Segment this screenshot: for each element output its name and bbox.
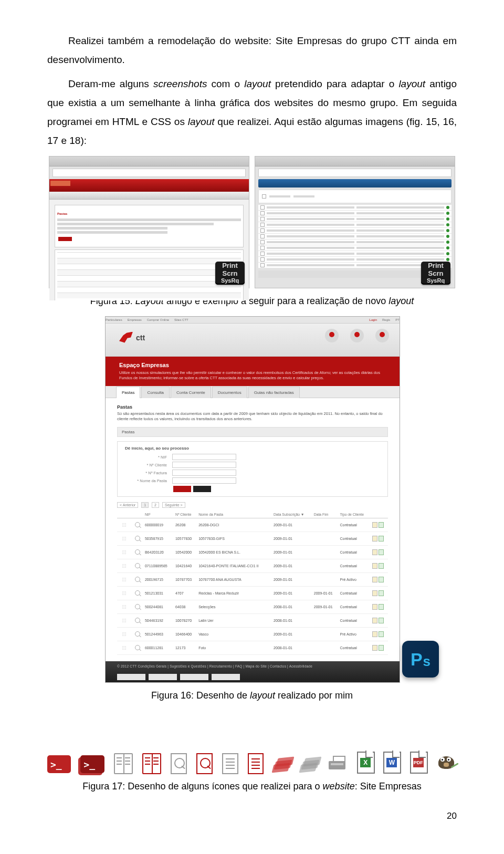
- key-label: SysRq: [221, 277, 239, 284]
- terminal-red-icon: >_: [47, 755, 71, 773]
- text: pretendido para adaptar o: [271, 78, 398, 89]
- terminal-darkred-icon: >_: [80, 755, 104, 773]
- table-row: 50446319210078270Latin Uer2008-01-01Cont…: [117, 614, 388, 628]
- tab-documentos: Documentos: [212, 387, 247, 398]
- key-label: Scrn: [428, 270, 444, 277]
- text-italic: layout: [398, 78, 425, 89]
- text: Deram-me alguns: [68, 78, 153, 89]
- key-label: SysRq: [427, 277, 445, 284]
- tabs-row: Pastas Consulta Conta Corrente Documento…: [106, 386, 400, 398]
- key-label: Print: [428, 262, 444, 269]
- form-buttons: [173, 486, 380, 492]
- footer: © 2012 CTT Condições Gerais | Sugestões …: [106, 661, 400, 682]
- paragraph-2: Deram-me alguns screenshots com o layout…: [47, 75, 457, 150]
- brand-text: ctt: [136, 334, 145, 342]
- hero-title: Espaço Empresas: [119, 362, 386, 368]
- page-lines-red-icon: [248, 753, 264, 774]
- caption-fig17: Figura 17: Desenho de alguns ícones que …: [47, 781, 457, 792]
- file-pdf-icon: PDF: [409, 752, 426, 774]
- panel-title: Pastas: [117, 404, 388, 410]
- ctt-logo: ctt: [119, 332, 145, 343]
- tab-consulta: Consulta: [141, 387, 170, 398]
- footer-tabs: [117, 674, 240, 680]
- text: com o: [207, 78, 244, 89]
- table-row: 6000000192620826208-DGCI2009-01-01Contra…: [117, 518, 388, 532]
- print-screen-key-icon: Print Scrn SysRq: [215, 262, 245, 285]
- table-row: 2001967151078770310787700 ANA AUGUSTA200…: [117, 573, 388, 587]
- page-magnifier-grey-icon: [171, 753, 187, 774]
- file-word-icon: W: [382, 752, 399, 774]
- topnav-login: Login: [369, 318, 377, 321]
- icons-row: >_ >_ X W PDF: [47, 752, 457, 774]
- tab-pastas: Pastas: [116, 387, 140, 398]
- results-table: NIF Nº Cliente Nome da Pasta Data Subscr…: [117, 511, 388, 655]
- figure-15: Pastas: [47, 156, 457, 288]
- printer-icon: [328, 756, 346, 774]
- hero-band: Espaço Empresas Utilize os nossos simula…: [106, 357, 400, 386]
- table-row: 5012130314707Redclas - Marca Reduzir2009…: [117, 587, 388, 600]
- text-italic: layout: [188, 116, 215, 127]
- page-number: 20: [47, 811, 457, 821]
- field-label-cliente: * Nº Cliente: [125, 463, 167, 467]
- tab-guias: Guias não facturadas: [248, 387, 300, 398]
- text-italic: screenshots: [153, 78, 207, 89]
- table-row: 071108895851042164010421640-PONTE ITALIA…: [117, 559, 388, 573]
- horse-icon: [119, 332, 133, 343]
- text-italic: layout: [244, 78, 271, 89]
- gimp-icon: [435, 753, 457, 774]
- panel-desc: Só são apresentados nesta área os docume…: [117, 411, 388, 422]
- field-label-nif: * NIF: [125, 455, 167, 460]
- header: ctt: [106, 324, 400, 357]
- globe-dots: [325, 329, 389, 342]
- pager-2: 2: [152, 502, 159, 508]
- table-row: 60001128112173Foto2008-01-01Contratual: [117, 641, 388, 655]
- form-title: Dê início, aqui, ao seu processo: [125, 446, 380, 451]
- table-row: B642031201054200010542000 ES BICNA S.L.2…: [117, 546, 388, 559]
- layers-red-icon: [273, 757, 291, 774]
- layers-grey-icon: [300, 757, 318, 774]
- file-excel-icon: X: [356, 752, 373, 774]
- field-label-pasta: * Nome da Pasta: [125, 478, 167, 483]
- pager-prev: < Anterior: [117, 502, 138, 508]
- paragraph-1: Realizei também a remodelação do website…: [47, 32, 457, 69]
- text: Realizei também a remodelação do website…: [47, 35, 457, 65]
- print-screen-key-icon: Print Scrn SysRq: [421, 262, 450, 285]
- panel-body: Pastas Só são apresentados nesta área os…: [106, 398, 400, 661]
- figure-16-wrapper: Particulares Empresas Comprar Online Sit…: [105, 316, 399, 683]
- key-label: Scrn: [223, 270, 238, 277]
- caption-fig16: Figura 16: Desenho de layout realizado p…: [47, 690, 457, 701]
- top-nav: Particulares Empresas Comprar Online Sit…: [106, 317, 400, 324]
- page-lines-grey-icon: [222, 753, 238, 774]
- book-grey-icon: [114, 753, 133, 774]
- inner-tab-pastas: Pastas: [117, 427, 388, 437]
- table-row: 50024408164038Selecções2008-01-012009-01…: [117, 600, 388, 614]
- table-row: 50124496310466400Vasco2009-01-01Pré Acti…: [117, 628, 388, 641]
- field-input: [172, 477, 236, 484]
- pager-1: 1: [141, 502, 149, 508]
- pagination: < Anterior 1 2 Seguinte >: [117, 502, 388, 508]
- pager-next: Seguinte >: [162, 502, 185, 508]
- page-magnifier-red-icon: [196, 753, 213, 774]
- table-row: 5035879151057783010577830-GIFS2009-01-01…: [117, 532, 388, 546]
- topnav-item: Particulares: [106, 318, 122, 321]
- field-input: [172, 454, 236, 460]
- figure-16: Particulares Empresas Comprar Online Sit…: [105, 316, 400, 683]
- key-label: Print: [222, 262, 238, 269]
- field-input: [172, 470, 236, 476]
- topnav-register: Regis: [382, 318, 390, 321]
- hero-subtitle: Utilize os nossos simuladores que lhe vã…: [119, 370, 386, 381]
- topnav-item: Empresas: [128, 318, 142, 321]
- footer-text: © 2012 CTT Condições Gerais | Sugestões …: [117, 664, 312, 668]
- search-form: Dê início, aqui, ao seu processo * NIF *…: [117, 441, 388, 497]
- topnav-lang: PT: [395, 318, 400, 321]
- field-label-factura: * Nº Factura: [125, 471, 167, 475]
- photoshop-icon: Ps: [402, 641, 439, 678]
- topnav-item: Comprar Online: [147, 318, 169, 321]
- tab-conta: Conta Corrente: [171, 387, 211, 398]
- field-input: [172, 462, 236, 468]
- book-red-icon: [142, 753, 161, 774]
- screenshot-old-layout: Pastas: [49, 156, 249, 288]
- screenshot-reference-layout: Print Scrn SysRq: [255, 156, 455, 288]
- topnav-item: Sites CTT: [174, 318, 188, 321]
